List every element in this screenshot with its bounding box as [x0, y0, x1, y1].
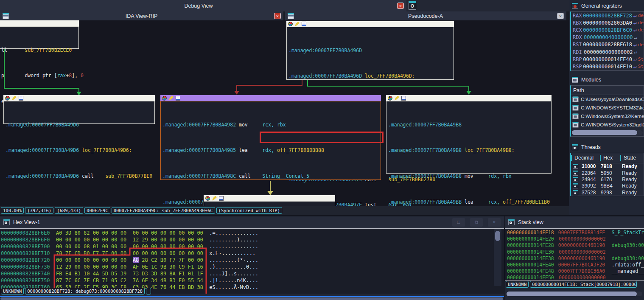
tab-pseudocode-close-icon[interactable]: ×	[557, 13, 564, 19]
block-header[interactable]	[204, 195, 335, 201]
hex-dump[interactable]: 00000000828BF6E0 A0 3D 80 82 00 00 00 00…	[0, 228, 504, 294]
module-row[interactable]: C:\WINDOWS\System32\gdi32	[571, 121, 644, 129]
thread-state: Ready	[619, 170, 637, 176]
stack-row[interactable]: 000000000014FE28 000000000046D190 debug0…	[507, 242, 644, 249]
annotation-box-readallbytes	[260, 132, 384, 143]
stack-row[interactable]: 000000000014FE40 00007FF7B0CA3F20 .rdata…	[507, 262, 644, 268]
hex-vscrollbar[interactable]	[494, 229, 501, 286]
register-row[interactable]: RBP 000000000014FE40 ↵ St	[571, 56, 644, 63]
asm-line[interactable]: .managed:00007FF7B0BA4985 lea rdx, off_7…	[162, 147, 381, 154]
asm-line[interactable]: .managed:00007FF7B0BA49D6 loc_7FF7B0BA49…	[6, 147, 154, 154]
restore-icon[interactable]: ⧉	[470, 218, 483, 227]
threads-header[interactable]: Threads	[569, 142, 644, 153]
module-row[interactable]: C:\WINDOWS\SYSTEM32\kerne	[571, 104, 644, 112]
graph-canvas[interactable]: ll sub_7FF7B0B2ECE0 p dword ptr [rax+8],…	[0, 20, 569, 206]
asm-line[interactable]: .managed:00007FF7B0BA49D6	[6, 122, 154, 128]
document-icon[interactable]: O	[409, 1, 416, 10]
thread-row[interactable]: 31000 7918 Ready	[571, 163, 644, 170]
debug-view-close-icon[interactable]: ×	[397, 3, 404, 9]
asm-line[interactable]: .managed:00007FF7B0BA49D6 call sub_7FF7B…	[6, 173, 154, 179]
block-header[interactable]	[3, 95, 155, 101]
debug-view-titlebar[interactable]: Debug View ×	[0, 0, 406, 11]
asm-line[interactable]: .managed:00007FF7B0BA4982 mov rcx, rbx	[162, 122, 381, 128]
tab-ida-view-close-icon[interactable]: ×	[274, 13, 281, 19]
register-row[interactable]: RDI 0000000000000002 ↵	[571, 48, 644, 56]
hex-hscrollbar[interactable]	[0, 297, 503, 300]
stack-row[interactable]: 000000000014FE38 000000000046D190 debug0…	[507, 255, 644, 262]
stack-address: 000000000014FE38	[507, 255, 558, 262]
modules-header[interactable]: Modules	[569, 74, 644, 85]
asm-line[interactable]: .managed:00007FF7B0BA498C call String__C…	[162, 173, 381, 179]
pie-chart-icon	[205, 196, 210, 201]
hex-row[interactable]: 00000000828BF720 00 00 00 00 00 00 00 00…	[1, 257, 504, 264]
hex-row[interactable]: 00000000828BF6F0 00 00 00 00 00 00 00 00…	[1, 237, 504, 244]
thread-row[interactable]: 24944 6170 Ready	[571, 176, 644, 182]
register-segment: de	[637, 27, 644, 33]
stack-row[interactable]: 000000000014FE50 0000000000000000	[507, 275, 644, 281]
stack-hscrollbar[interactable]	[507, 292, 642, 296]
register-value[interactable]: 000000000014FE40	[583, 56, 632, 62]
asm-line[interactable]: .managed:00007FF7B0BA496D loc_7FF7B0BA49…	[288, 73, 454, 79]
register-row[interactable]: RDX 0000000040000000 ↵	[571, 34, 644, 41]
thread-row[interactable]: 39092 98B4 Ready	[571, 183, 644, 189]
asm-line[interactable]: ll sub_7FF7B0B2ECE0	[1, 47, 78, 53]
register-value[interactable]: 000000000014FE10	[583, 64, 632, 70]
block-header[interactable]	[0, 20, 79, 26]
maximize-icon[interactable]: □	[452, 218, 465, 227]
threads-column-headers[interactable]: Decimal Hex State	[571, 153, 644, 163]
register-row[interactable]: RSP 000000000014FE10 ↵ St	[571, 63, 644, 70]
tab-pseudocode-a[interactable]: Pseudocode-A ×	[285, 11, 566, 20]
basic-block-bottom[interactable]: -------------------------------	[204, 201, 335, 206]
hex-row[interactable]: 00000000828BF750 87 7C 6C 7F CB 71 05 C2…	[1, 278, 504, 284]
stack-row[interactable]: 000000000014FE30 0000000000000002	[507, 249, 644, 255]
block-header-selected[interactable]	[160, 95, 381, 101]
register-row[interactable]: RAX 00000000828BF728 ↵ de	[571, 12, 644, 19]
register-row[interactable]: RBX 0000000082803DA0 ↵ de	[571, 19, 644, 26]
asm-line[interactable]: p dword ptr [rax+8], 0	[1, 73, 78, 79]
register-value[interactable]: 0000000082803DA0	[583, 20, 632, 26]
register-row[interactable]: RCX 00000000828BF6C0 ↵ de	[571, 26, 644, 34]
thread-row[interactable]: 22864 5950 Ready	[571, 170, 644, 176]
stack-view-titlebar[interactable]: Stack view	[505, 216, 644, 228]
register-value[interactable]: 00000000828BF728	[583, 13, 632, 19]
basic-block-right[interactable]: .managed:00007FF7B0BA49B8 .managed:00007…	[386, 101, 552, 174]
hex-row[interactable]: 00000000828BF730 12 29 00 00 00 00 00 00…	[1, 264, 504, 271]
thread-row[interactable]: 37528 9298 Ready	[571, 189, 644, 196]
register-value[interactable]: 0000000040000000	[584, 34, 633, 40]
modules-hscrollbar[interactable]	[572, 130, 643, 135]
hex-row[interactable]: 00000000828BF700 00 00 00 08 01 00 00 00…	[1, 244, 504, 250]
stack-row[interactable]: 000000000014FE48 00007FF7B0BC36A0 __mana…	[507, 268, 644, 275]
register-value[interactable]: 0000000000000002	[584, 49, 633, 55]
hex-row[interactable]: 00000000828BF740 FB E4 B3 10 4A 5D D5 39…	[1, 271, 504, 278]
stack-status-bar: UNKNOWN 000000000014FE18: Stack[00007918…	[506, 281, 638, 288]
module-row[interactable]: C:\Users\yoyoa\Downloads\Co	[571, 95, 644, 104]
register-value[interactable]: 00000000828BF618	[583, 42, 632, 48]
block-header[interactable]	[386, 95, 552, 101]
hex-view-titlebar[interactable]: Hex View-1 □ ⧉ ×	[0, 216, 504, 228]
basic-block-fragment[interactable]: ll sub_7FF7B0B2ECE0 p dword ptr [rax+8],…	[0, 26, 79, 49]
asm-line[interactable]: .managed:00007FF7B0BA49B8 mov rdx, rbx	[388, 173, 551, 179]
asm-line[interactable]: .managed:00007FF7B0BA496D	[288, 48, 454, 54]
stack-row[interactable]: 000000000014FE20 0000000000000002	[507, 236, 644, 242]
basic-block-top[interactable]: .managed:00007FF7B0BA496D .managed:00007…	[286, 27, 454, 80]
asm-line[interactable]: .managed:00007FF7B0BA49B8	[388, 122, 551, 128]
stack-value: 0000000000000002	[559, 236, 613, 242]
asm-line[interactable]: .managed:00007FF7B0BA49BB lea rcx, off_7…	[388, 199, 551, 205]
register-row[interactable]: RSI 00000000828BF618 ↵ de	[571, 41, 644, 48]
threads-col-state: State	[620, 155, 644, 161]
modules-column-path[interactable]: Path	[571, 86, 644, 95]
stack-dump[interactable]: 000000000014FE18 00007FF7B0B814EE S_P_St…	[505, 228, 644, 281]
chart-icon	[401, 96, 406, 101]
general-registers-header[interactable]: General registers	[569, 0, 644, 11]
module-row[interactable]: C:\Windows\System32\KernelB	[571, 112, 644, 121]
stack-row[interactable]: 000000000014FE18 00007FF7B0B814EE S_P_St…	[507, 230, 644, 236]
tab-ida-view-rip[interactable]: IDA View-RIP ×	[0, 11, 283, 20]
basic-block-left[interactable]: .managed:00007FF7B0BA49D6 .managed:00007…	[3, 101, 155, 124]
block-header[interactable]	[286, 21, 454, 27]
thread-hex: 98B4	[599, 183, 619, 189]
hex-row[interactable]: 00000000828BF6E0 A0 3D 80 82 00 00 00 00…	[1, 230, 504, 237]
register-value[interactable]: 00000000828BF6C0	[583, 27, 632, 33]
hex-row[interactable]: 00000000828BF710 78 7F CD B0 F7 7F 00 00…	[1, 250, 504, 257]
asm-line[interactable]: .managed:00007FF7B0BA49B8 loc_7FF7B0BA49…	[388, 147, 551, 154]
close-icon[interactable]: ×	[488, 218, 501, 227]
